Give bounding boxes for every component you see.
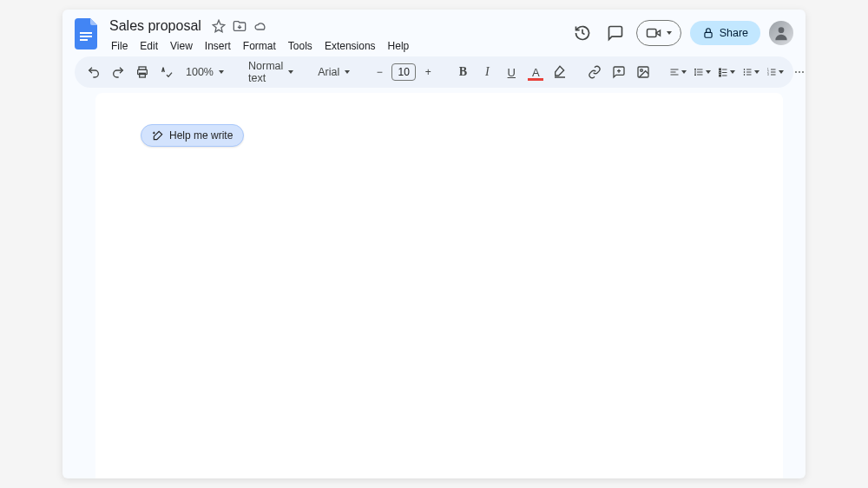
app-frame: Sales proposal File Edit View Insert For… (62, 10, 806, 478)
menu-format[interactable]: Format (238, 37, 281, 55)
insert-comment-button[interactable] (608, 62, 629, 82)
svg-point-10 (641, 69, 643, 72)
video-icon (646, 25, 661, 41)
menu-file[interactable]: File (106, 37, 133, 55)
highlight-button[interactable] (549, 62, 570, 82)
font-size-control: − 10 + (369, 62, 438, 82)
help-me-write-label: Help me write (169, 129, 233, 142)
share-button[interactable]: Share (690, 21, 760, 45)
italic-button[interactable]: I (477, 62, 497, 82)
numbered-list-button[interactable]: 123 (765, 62, 786, 82)
font-size-input[interactable]: 10 (391, 63, 416, 81)
chevron-down-icon (779, 70, 784, 74)
document-title[interactable]: Sales proposal (106, 16, 205, 36)
svg-text:3: 3 (767, 73, 769, 76)
svg-point-15 (744, 72, 745, 73)
spellcheck-button[interactable] (156, 62, 177, 82)
menu-view[interactable]: View (165, 37, 198, 55)
insert-image-button[interactable] (633, 62, 654, 82)
header-actions: Share (570, 16, 793, 46)
star-icon[interactable] (212, 19, 226, 33)
chevron-down-icon (219, 70, 224, 74)
cloud-status-icon[interactable] (253, 19, 267, 33)
chevron-down-icon (288, 70, 293, 74)
paragraph-style-dropdown[interactable]: Normal text (243, 62, 299, 82)
menu-help[interactable]: Help (383, 37, 415, 55)
redo-button[interactable] (108, 62, 128, 82)
underline-button[interactable]: U (501, 62, 522, 82)
checklist-button[interactable] (716, 62, 737, 82)
comments-icon[interactable] (603, 21, 628, 45)
meet-button[interactable] (636, 20, 681, 46)
history-icon[interactable] (570, 21, 595, 45)
svg-point-14 (744, 69, 745, 70)
svg-rect-12 (720, 72, 721, 74)
font-dropdown[interactable]: Arial (312, 62, 355, 82)
svg-rect-11 (720, 69, 721, 70)
menu-bar: File Edit View Insert Format Tools Exten… (106, 37, 414, 55)
svg-rect-3 (647, 30, 656, 37)
chevron-down-icon (345, 70, 350, 74)
move-icon[interactable] (233, 19, 247, 33)
svg-rect-1 (80, 36, 92, 37)
header: Sales proposal File Edit View Insert For… (62, 10, 806, 51)
svg-rect-4 (705, 32, 712, 37)
svg-point-16 (744, 75, 745, 76)
svg-rect-2 (80, 39, 88, 41)
align-button[interactable] (667, 62, 688, 82)
chevron-down-icon (706, 70, 711, 74)
help-me-write-button[interactable]: Help me write (141, 124, 244, 147)
chevron-down-icon (667, 31, 672, 35)
zoom-dropdown[interactable]: 100% (181, 62, 229, 82)
svg-rect-13 (720, 75, 721, 76)
title-area: Sales proposal File Edit View Insert For… (106, 16, 414, 55)
more-options-button[interactable]: ⋯ (789, 62, 806, 82)
svg-point-5 (779, 27, 785, 33)
text-color-button[interactable]: A (525, 62, 546, 82)
bold-button[interactable]: B (452, 62, 473, 82)
bulleted-list-button[interactable] (740, 62, 761, 82)
lock-icon (702, 27, 714, 39)
chevron-down-icon (681, 70, 687, 74)
menu-insert[interactable]: Insert (200, 37, 236, 55)
share-label: Share (720, 27, 748, 39)
avatar[interactable] (769, 21, 793, 45)
font-size-decrease[interactable]: − (369, 62, 390, 82)
menu-tools[interactable]: Tools (283, 37, 318, 55)
menu-extensions[interactable]: Extensions (319, 37, 381, 55)
pencil-sparkle-icon (152, 129, 164, 142)
docs-logo-icon[interactable] (75, 18, 99, 49)
chevron-down-icon (730, 70, 735, 74)
document-canvas[interactable]: Help me write (95, 93, 783, 478)
toolbar: 100% Normal text Arial − 10 + B I U A 12… (75, 56, 793, 88)
chevron-down-icon (754, 70, 760, 74)
undo-button[interactable] (83, 62, 104, 82)
line-spacing-button[interactable] (692, 62, 713, 82)
print-button[interactable] (132, 62, 153, 82)
font-size-increase[interactable]: + (418, 62, 438, 82)
svg-rect-0 (80, 32, 92, 34)
menu-edit[interactable]: Edit (135, 37, 163, 55)
insert-link-button[interactable] (584, 62, 605, 82)
